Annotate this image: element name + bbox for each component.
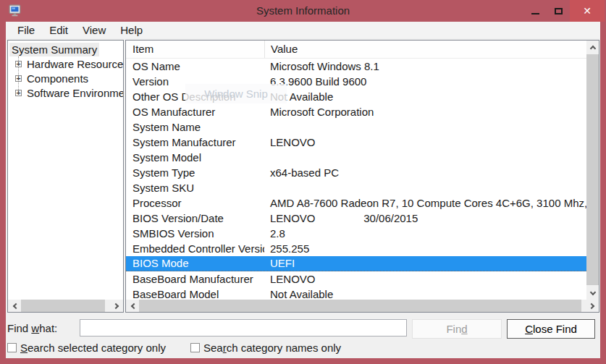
label-text: ch category names only (227, 342, 341, 354)
row-item-cell: System Manufacturer (126, 135, 264, 150)
scroll-right-button[interactable] (586, 300, 599, 312)
tree-item-system-summary[interactable]: System Summary (8, 42, 123, 56)
scroll-up-button[interactable] (586, 41, 599, 53)
search-category-names-checkbox[interactable] (190, 343, 200, 352)
tree-item-label: Components (25, 72, 91, 85)
table-row[interactable]: SMBIOS Version2.8 (126, 226, 586, 241)
row-item-cell: OS Name (126, 59, 264, 74)
row-value-cell (264, 119, 586, 135)
table-row[interactable]: Embedded Controller Version255.255 (126, 241, 586, 256)
label-text: hat: (39, 322, 57, 334)
table-row[interactable]: BIOS ModeUEFI (126, 256, 586, 271)
checkbox-label: Search selected category only (20, 342, 166, 354)
table-hscroll-thumb[interactable] (139, 300, 581, 312)
row-value-cell: 6.3.9600 Build 9600 (264, 74, 586, 89)
table-row[interactable]: System SKU (126, 180, 586, 195)
row-value-cell: UEFI (264, 256, 586, 271)
close-find-button[interactable]: Close Find (507, 319, 595, 339)
find-button[interactable]: Find (412, 319, 502, 339)
minimize-button[interactable] (523, 0, 547, 22)
menu-item-view[interactable]: View (75, 22, 113, 38)
table-horizontal-scrollbar[interactable] (126, 300, 599, 312)
table-row[interactable]: System Model (126, 150, 586, 165)
table-row[interactable]: ProcessorAMD A8-7600 Radeon R7, 10 Compu… (126, 195, 586, 211)
expand-plus-icon[interactable] (15, 61, 22, 67)
system-summary-table-panel: Item Value OS NameMicrosoft Windows 8.1V… (125, 40, 599, 313)
maximize-button[interactable] (547, 0, 570, 22)
window-title: System Information (0, 0, 606, 22)
table-vscroll-thumb[interactable] (586, 54, 599, 285)
scroll-right-button[interactable] (111, 300, 123, 312)
checkbox-label: Search category names only (203, 342, 341, 354)
window-controls: ✕ (523, 0, 605, 22)
column-header-item[interactable]: Item (126, 41, 264, 58)
expand-plus-icon[interactable] (15, 75, 22, 82)
table-row[interactable]: BaseBoard ModelNot Available (126, 287, 586, 300)
search-selected-category-option: Search selected category only (7, 342, 166, 354)
scroll-left-button[interactable] (8, 300, 20, 312)
row-item-cell: OS Manufacturer (126, 104, 264, 119)
chevron-left-icon (12, 302, 18, 308)
table-row[interactable]: BaseBoard ManufacturerLENOVO (126, 271, 586, 287)
table-row[interactable]: System Typex64-based PC (126, 165, 586, 180)
row-value-cell: AMD A8-7600 Radeon R7, 10 Compute Cores … (264, 195, 586, 211)
label-accelerator: S (20, 342, 28, 354)
scroll-down-button[interactable] (586, 287, 599, 300)
system-information-window: System Information ✕ FileEditViewHelp Sy… (0, 0, 606, 364)
expand-plus-icon[interactable] (15, 90, 22, 96)
menu-item-file[interactable]: File (10, 22, 42, 38)
scroll-left-button[interactable] (126, 300, 138, 312)
tree-hscroll-thumb[interactable] (21, 300, 105, 312)
row-value-cell: LENOVO (264, 135, 586, 150)
button-accelerator: C (525, 323, 533, 335)
table-row[interactable]: OS ManufacturerMicrosoft Corporation (126, 104, 586, 119)
chevron-right-icon (588, 302, 594, 308)
row-value-cell: Not Available (264, 89, 586, 104)
row-value-cell: LENOVO 30/06/2015 (264, 211, 586, 226)
maximize-icon (555, 8, 563, 14)
row-item-cell: BIOS Mode (126, 256, 264, 271)
row-item-cell: System SKU (126, 180, 264, 195)
window-snip-ghost-overlay: Window Snip (185, 84, 287, 103)
row-item-cell: System Model (126, 150, 264, 165)
search-selected-category-checkbox[interactable] (7, 343, 17, 352)
close-icon: ✕ (583, 6, 592, 16)
column-header-value[interactable]: Value (264, 41, 586, 58)
find-what-input[interactable] (80, 319, 407, 337)
table-row[interactable]: OS NameMicrosoft Windows 8.1 (126, 59, 586, 74)
table-vertical-scrollbar[interactable] (586, 41, 599, 300)
close-button[interactable]: ✕ (570, 0, 605, 22)
button-accelerator: d (461, 323, 467, 335)
tree-item-hardware-resources[interactable]: Hardware Resources (8, 56, 123, 71)
chevron-right-icon (112, 302, 118, 308)
row-value-cell: 2.8 (264, 226, 586, 241)
titlebar[interactable]: System Information ✕ (0, 0, 606, 22)
row-value-cell: LENOVO (264, 271, 586, 287)
tree-horizontal-scrollbar[interactable] (8, 300, 123, 312)
button-text: lose Find (533, 323, 577, 335)
tree-item-components[interactable]: Components (8, 71, 123, 85)
row-value-cell: 255.255 (264, 241, 586, 256)
row-value-cell (264, 150, 586, 165)
chevron-left-icon (130, 302, 136, 308)
chevron-down-icon (589, 289, 595, 295)
menu-item-edit[interactable]: Edit (42, 22, 75, 38)
row-value-cell: x64-based PC (264, 165, 586, 180)
row-value-cell: Not Available (264, 287, 586, 300)
row-item-cell: System Name (126, 119, 264, 135)
table-header: Item Value (126, 41, 586, 59)
table-row[interactable]: System ManufacturerLENOVO (126, 135, 586, 150)
row-item-cell: Processor (126, 195, 264, 211)
table-row[interactable]: BIOS Version/DateLENOVO 30/06/2015 (126, 211, 586, 226)
row-item-cell: SMBIOS Version (126, 226, 264, 241)
tree-item-label: Software Environment (25, 86, 123, 100)
row-item-cell: BIOS Version/Date (126, 211, 264, 226)
tree-item-software-environment[interactable]: Software Environment (8, 85, 123, 100)
chevron-up-icon (589, 45, 595, 51)
label-accelerator: w (31, 322, 39, 334)
category-tree: System SummaryHardware ResourcesComponen… (8, 42, 123, 100)
menu-item-help[interactable]: Help (113, 22, 150, 38)
row-value-cell (264, 180, 586, 195)
menu-bar: FileEditViewHelp (6, 22, 600, 38)
table-row[interactable]: System Name (126, 119, 586, 135)
